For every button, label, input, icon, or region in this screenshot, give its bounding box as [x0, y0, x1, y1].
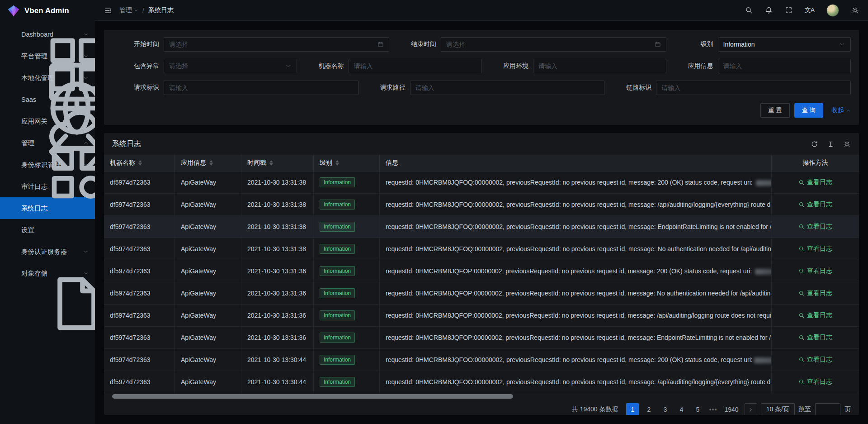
view-log-button[interactable]: 查看日志: [798, 245, 832, 253]
view-log-button[interactable]: 查看日志: [798, 311, 832, 319]
cell-timestamp: 2021-10-30 13:30:44: [241, 371, 314, 393]
cell-level: Information: [314, 216, 380, 238]
sidebar-item-settings[interactable]: 设置: [0, 219, 95, 241]
level-select[interactable]: Information: [718, 37, 851, 52]
machine-name-input[interactable]: [354, 62, 476, 70]
cell-action: 查看日志: [772, 238, 859, 260]
table-header-bar: 系统日志: [104, 133, 859, 155]
sidebar-item-object-storage[interactable]: 对象存储: [0, 262, 95, 284]
page-button-2[interactable]: 2: [642, 403, 655, 415]
app-root: Vben Admin Dashboard 平台管理 本地化管理 Saas: [0, 0, 868, 424]
breadcrumb-parent[interactable]: 管理: [119, 6, 138, 14]
start-time-picker[interactable]: [164, 37, 389, 52]
column-header-machine[interactable]: 机器名称: [104, 155, 175, 172]
end-time-label: 结束时间: [389, 40, 441, 48]
has-exception-select[interactable]: 请选择: [164, 59, 297, 73]
start-time-input[interactable]: [169, 41, 374, 48]
table-row: df5974d72363 ApiGateWay 2021-10-30 13:31…: [104, 194, 859, 216]
cell-app: ApiGateWay: [175, 327, 241, 349]
view-log-button[interactable]: 查看日志: [798, 333, 832, 342]
view-log-button[interactable]: 查看日志: [798, 178, 832, 186]
reset-button[interactable]: 重 置: [760, 103, 789, 118]
page-button-last[interactable]: 1940: [722, 403, 741, 415]
sidebar-item-label: 管理: [21, 139, 83, 148]
column-header-level[interactable]: 级别: [314, 155, 380, 172]
sidebar-item-label: 身份认证服务器: [21, 248, 83, 256]
table-row: df5974d72363 ApiGateWay 2021-10-30 13:30…: [104, 371, 859, 393]
chevron-up-icon: [83, 140, 89, 146]
view-log-button[interactable]: 查看日志: [798, 223, 832, 231]
sort-icon[interactable]: [209, 160, 213, 166]
column-header-app[interactable]: 应用信息: [175, 155, 241, 172]
cell-action: 查看日志: [772, 282, 859, 305]
page-button-5[interactable]: 5: [691, 403, 704, 415]
column-settings-icon[interactable]: [843, 140, 851, 148]
cell-machine: df5974d72363: [104, 305, 175, 327]
sidebar-item-label: Saas: [21, 96, 83, 103]
message-text: requestId: 0HMCRBM8JQFOP:00000002, previ…: [386, 267, 754, 275]
cell-level: Information: [314, 327, 380, 349]
table-toolbar: [811, 140, 851, 148]
end-time-picker[interactable]: [441, 37, 666, 52]
column-header-actions: 操作方法: [772, 155, 859, 172]
translate-icon[interactable]: 文A: [805, 6, 814, 14]
view-log-button[interactable]: 查看日志: [798, 267, 832, 275]
avatar[interactable]: [826, 4, 839, 17]
fullscreen-icon[interactable]: [785, 6, 793, 14]
app-info-input[interactable]: [723, 62, 846, 70]
search-icon[interactable]: [745, 6, 753, 14]
view-log-button[interactable]: 查看日志: [798, 378, 832, 386]
page-button-4[interactable]: 4: [675, 403, 688, 415]
request-path-input[interactable]: [415, 84, 599, 91]
view-log-button[interactable]: 查看日志: [798, 200, 832, 209]
chevron-down-icon: [83, 249, 89, 254]
row-height-icon[interactable]: [827, 140, 835, 148]
bell-icon[interactable]: [765, 6, 773, 14]
page-size-select[interactable]: 10 条/页: [761, 403, 795, 415]
sidebar-item-dashboard[interactable]: Dashboard: [0, 24, 95, 45]
page-button-1[interactable]: 1: [626, 403, 639, 415]
request-id-input[interactable]: [169, 84, 353, 91]
trace-id-input[interactable]: [661, 84, 845, 91]
level-badge: Information: [320, 222, 355, 232]
form-field-request-id: 请求标识: [112, 81, 359, 95]
redacted-blur: [755, 269, 772, 275]
cell-app: ApiGateWay: [175, 260, 241, 282]
end-time-input[interactable]: [446, 41, 651, 48]
refresh-icon[interactable]: [811, 140, 818, 148]
search-icon: [798, 312, 805, 319]
query-button[interactable]: 查 询: [794, 103, 823, 118]
message-text: requestId: 0HMCRBM8JQFOQ:00000002, previ…: [386, 179, 755, 186]
view-log-label: 查看日志: [807, 333, 832, 342]
app-title: Vben Admin: [24, 6, 69, 15]
sort-icon[interactable]: [269, 160, 273, 166]
table-row: df5974d72363 ApiGateWay 2021-10-30 13:31…: [104, 305, 859, 327]
column-header-timestamp[interactable]: 时间戳: [241, 155, 314, 172]
next-page-button[interactable]: [745, 403, 757, 415]
scrollbar-thumb[interactable]: [112, 394, 513, 399]
request-path-control: [410, 81, 605, 95]
app-env-input[interactable]: [538, 62, 661, 70]
message-text: requestId: 0HMCRBM8JQFOP:00000002, previ…: [386, 312, 772, 319]
app-logo[interactable]: Vben Admin: [0, 0, 95, 22]
app-env-label: 应用环境: [481, 62, 533, 70]
cell-machine: df5974d72363: [104, 327, 175, 349]
view-log-button[interactable]: 查看日志: [798, 289, 832, 297]
page-button-3[interactable]: 3: [659, 403, 671, 415]
cell-action: 查看日志: [772, 194, 859, 216]
sort-icon[interactable]: [335, 160, 339, 166]
jump-input[interactable]: [815, 403, 840, 415]
view-log-button[interactable]: 查看日志: [798, 356, 832, 364]
pagination-ellipsis[interactable]: •••: [708, 406, 718, 413]
has-exception-label: 包含异常: [112, 62, 164, 70]
menu-fold-icon[interactable]: [104, 6, 112, 14]
collapse-link[interactable]: 收起: [831, 106, 851, 114]
sort-icon[interactable]: [138, 160, 142, 166]
cell-app: ApiGateWay: [175, 305, 241, 327]
sidebar-item-label: 平台管理: [21, 52, 83, 61]
search-icon: [798, 246, 805, 252]
sidebar-item-auth-server[interactable]: 身份认证服务器: [0, 241, 95, 262]
chevron-down-icon: [83, 119, 89, 124]
gear-icon[interactable]: [851, 6, 859, 14]
message-text: requestId: 0HMCRBM8JQFOO:00000002, previ…: [386, 378, 772, 386]
